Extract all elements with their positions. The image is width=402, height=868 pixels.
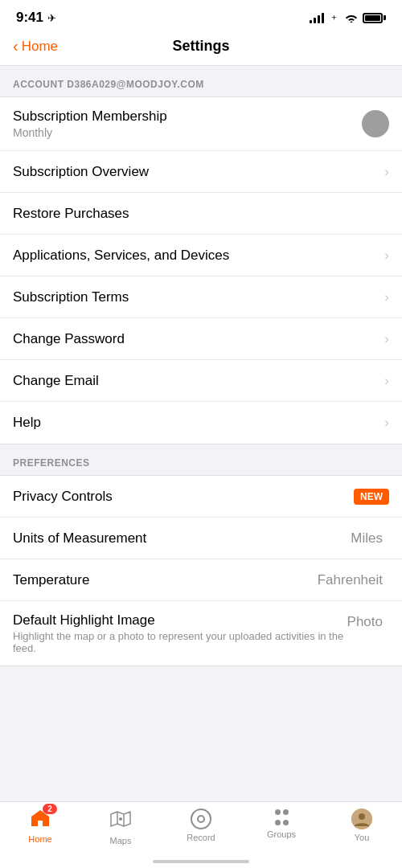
tab-bar: 2 Home Maps Record Groups <box>0 801 402 868</box>
change-email-title: Change Email <box>13 373 384 389</box>
temperature-row[interactable]: Temperature Fahrenheit <box>0 559 402 601</box>
subscription-membership-row[interactable]: Subscription Membership Monthly <box>0 97 402 151</box>
units-of-measurement-title: Units of Measurement <box>13 530 351 547</box>
help-row[interactable]: Help › <box>0 402 402 444</box>
tab-groups[interactable]: Groups <box>241 809 322 839</box>
privacy-controls-title: Privacy Controls <box>13 489 354 505</box>
groups-icon <box>273 809 290 826</box>
groups-tab-label: Groups <box>267 829 296 839</box>
applications-services-row[interactable]: Applications, Services, and Devices › <box>0 235 402 276</box>
default-highlight-title: Default Highlight Image <box>13 612 347 628</box>
status-time: 9:41 <box>16 10 43 26</box>
battery-icon <box>363 13 386 23</box>
subscription-overview-row[interactable]: Subscription Overview › <box>0 151 402 193</box>
subscription-terms-row[interactable]: Subscription Terms › <box>0 276 402 318</box>
change-password-title: Change Password <box>13 331 384 347</box>
tab-you[interactable]: You <box>322 809 402 842</box>
nav-bar: ‹ Home Settings <box>0 31 402 66</box>
default-highlight-value: Photo <box>347 614 383 630</box>
back-chevron-icon: ‹ <box>13 37 18 55</box>
record-tab-label: Record <box>187 833 215 842</box>
units-value: Miles <box>351 530 383 547</box>
subscription-membership-subtitle: Monthly <box>13 126 362 139</box>
page-title: Settings <box>77 38 325 55</box>
svg-point-5 <box>359 813 365 820</box>
maps-icon <box>110 809 131 833</box>
chevron-right-icon: › <box>384 248 389 264</box>
tab-home[interactable]: 2 Home <box>0 809 80 844</box>
change-password-row[interactable]: Change Password › <box>0 318 402 360</box>
signal-icon <box>310 12 324 23</box>
privacy-controls-row[interactable]: Privacy Controls NEW <box>0 476 402 518</box>
chevron-right-icon: › <box>384 164 389 180</box>
maps-tab-label: Maps <box>110 836 132 845</box>
temperature-title: Temperature <box>13 572 318 588</box>
help-title: Help <box>13 415 384 431</box>
change-email-row[interactable]: Change Email › <box>0 360 402 402</box>
membership-toggle[interactable] <box>362 110 389 137</box>
svg-point-0 <box>351 22 353 23</box>
back-label: Home <box>22 39 58 55</box>
units-of-measurement-row[interactable]: Units of Measurement Miles <box>0 518 402 559</box>
chevron-right-icon: › <box>384 289 389 305</box>
chevron-right-icon: › <box>384 331 389 347</box>
home-indicator <box>153 860 249 863</box>
location-icon: ✈ <box>47 12 56 24</box>
home-tab-label: Home <box>28 834 51 844</box>
subscription-membership-title: Subscription Membership <box>13 108 362 125</box>
default-highlight-image-row[interactable]: Default Highlight Image Highlight the ma… <box>0 601 402 665</box>
record-icon <box>191 809 211 829</box>
wifi-icon <box>345 13 358 23</box>
chevron-right-icon: › <box>384 415 389 431</box>
chevron-right-icon: › <box>384 373 389 389</box>
you-avatar <box>351 809 372 829</box>
default-highlight-subtitle: Highlight the map or a photo to represen… <box>13 630 347 654</box>
subscription-terms-title: Subscription Terms <box>13 289 384 305</box>
home-badge: 2 <box>43 804 57 814</box>
restore-purchases-row[interactable]: Restore Purchases <box>0 193 402 235</box>
new-badge: NEW <box>354 489 389 505</box>
you-tab-label: You <box>355 833 370 842</box>
subscription-overview-title: Subscription Overview <box>13 164 384 180</box>
applications-services-title: Applications, Services, and Devices <box>13 248 384 264</box>
account-settings-group: Subscription Membership Monthly Subscrip… <box>0 96 402 444</box>
home-icon: 2 <box>30 809 51 831</box>
tab-maps[interactable]: Maps <box>80 809 161 845</box>
preferences-settings-group: Privacy Controls NEW Units of Measuremen… <box>0 475 402 666</box>
settings-content: ACCOUNT D386A029@MOODJOY.COM Subscriptio… <box>0 66 402 787</box>
svg-point-3 <box>119 817 122 821</box>
preferences-section-header: PREFERENCES <box>0 444 402 475</box>
account-section-header: ACCOUNT D386A029@MOODJOY.COM <box>0 66 402 96</box>
temperature-value: Fahrenheit <box>318 572 383 588</box>
wifi-icon: ﹢ <box>329 10 340 25</box>
back-button[interactable]: ‹ Home <box>13 37 77 55</box>
status-bar: 9:41 ✈ ﹢ <box>0 0 402 31</box>
tab-record[interactable]: Record <box>161 809 241 842</box>
restore-purchases-title: Restore Purchases <box>13 206 389 222</box>
